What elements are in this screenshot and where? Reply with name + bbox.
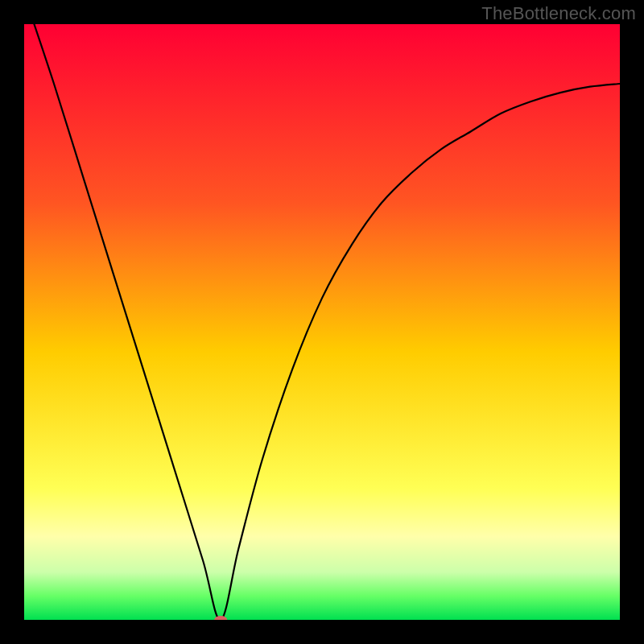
watermark-text: TheBottleneck.com [481,3,636,24]
chart-svg [24,24,620,620]
gradient-background [24,24,620,620]
plot-area [24,24,620,620]
chart-frame: TheBottleneck.com [0,0,644,644]
